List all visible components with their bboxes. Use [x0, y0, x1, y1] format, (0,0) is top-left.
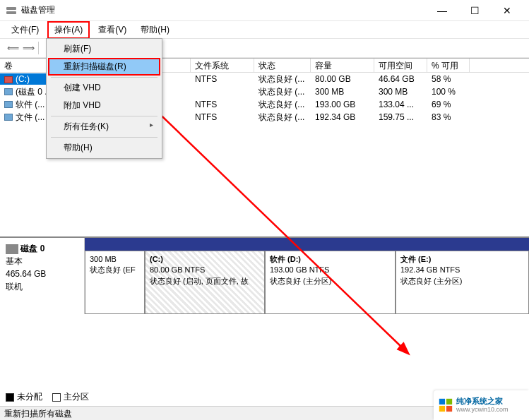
disk-panel: 磁盘 0 基本 465.64 GB 联机 300 MB状态良好 (EF(C:)8…	[0, 236, 529, 314]
minimize-button[interactable]: —	[426, 0, 458, 21]
partition[interactable]: 文件 (E:)192.34 GB NTFS状态良好 (主分区)	[396, 251, 529, 314]
forward-button[interactable]: ⟹	[21, 41, 35, 55]
menu-file[interactable]: 文件(F)	[6, 23, 44, 37]
watermark-url: www.ycwin10.com	[456, 406, 509, 414]
disk-type: 基本	[6, 255, 78, 268]
dropdown-rescan[interactable]: 重新扫描磁盘(R)	[48, 58, 160, 76]
disk-icon	[6, 244, 18, 254]
svg-rect-5	[439, 406, 445, 412]
toolbar-separator	[38, 42, 39, 54]
menu-view[interactable]: 查看(V)	[93, 23, 132, 37]
col-free[interactable]: 可用空间	[374, 59, 427, 72]
dropdown-separator	[51, 116, 157, 116]
col-fs[interactable]: 文件系统	[191, 59, 254, 72]
maximize-button[interactable]: ☐	[458, 0, 491, 21]
back-button[interactable]: ⟸	[6, 41, 20, 55]
svg-rect-1	[6, 11, 16, 14]
dropdown-separator	[51, 137, 157, 138]
svg-rect-4	[446, 399, 452, 404]
dropdown-refresh[interactable]: 刷新(F)	[48, 40, 160, 58]
action-dropdown: 刷新(F) 重新扫描磁盘(R) 创建 VHD 附加 VHD 所有任务(K) 帮助…	[46, 38, 162, 159]
dropdown-all-tasks[interactable]: 所有任务(K)	[48, 118, 160, 136]
svg-rect-3	[439, 399, 445, 404]
partition-header-bar	[85, 238, 529, 251]
close-button[interactable]: ✕	[491, 0, 523, 21]
menu-action[interactable]: 操作(A)	[47, 21, 90, 39]
watermark: 纯净系统之家www.ycwin10.com	[434, 390, 529, 420]
svg-rect-6	[446, 406, 452, 412]
legend-unallocated: 未分配	[6, 391, 42, 403]
dropdown-help[interactable]: 帮助(H)	[48, 139, 160, 157]
disk-state: 联机	[6, 280, 78, 293]
col-status[interactable]: 状态	[254, 59, 311, 72]
col-size[interactable]: 容量	[311, 59, 374, 72]
svg-rect-0	[6, 7, 16, 10]
legend-primary: 主分区	[52, 391, 89, 403]
app-icon	[6, 5, 17, 16]
watermark-logo-icon	[438, 397, 453, 413]
watermark-name: 纯净系统之家	[456, 397, 509, 406]
disk-size: 465.64 GB	[6, 268, 78, 280]
partition[interactable]: 300 MB状态良好 (EF	[85, 251, 145, 314]
window-title: 磁盘管理	[21, 4, 426, 16]
menu-help[interactable]: 帮助(H)	[135, 23, 175, 37]
dropdown-create-vhd[interactable]: 创建 VHD	[48, 79, 160, 97]
dropdown-attach-vhd[interactable]: 附加 VHD	[48, 97, 160, 114]
partition[interactable]: 软件 (D:)193.00 GB NTFS状态良好 (主分区)	[265, 251, 396, 314]
partition[interactable]: (C:)80.00 GB NTFS状态良好 (启动, 页面文件, 故	[145, 251, 265, 314]
dropdown-separator	[51, 77, 157, 78]
col-pct[interactable]: % 可用	[427, 59, 470, 72]
disk-label: 磁盘 0	[20, 244, 44, 253]
